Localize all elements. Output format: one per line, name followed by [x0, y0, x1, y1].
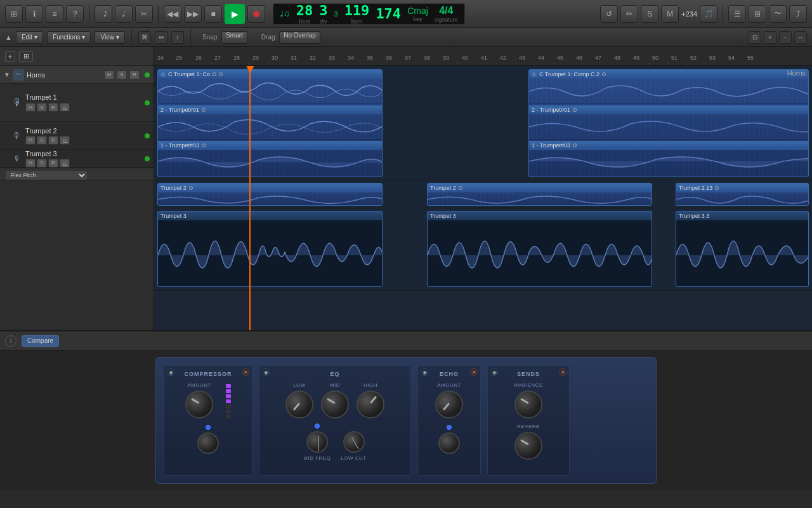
smart-btn[interactable]: ↭: [155, 31, 167, 44]
s-btn[interactable]: S: [641, 5, 658, 23]
zoom-out-btn[interactable]: -: [779, 31, 792, 44]
trumpet213-clip[interactable]: Trumpet 2.13: [676, 183, 809, 206]
add-track-btn[interactable]: +: [5, 51, 15, 62]
compressor-small-knob[interactable]: [197, 432, 219, 454]
t3-rec-btn[interactable]: R: [48, 159, 58, 168]
drag-select[interactable]: No Overlap: [279, 31, 320, 44]
pencil-btn[interactable]: ✏: [620, 5, 638, 23]
t2-mute-btn[interactable]: M: [25, 136, 36, 145]
sends-close-btn[interactable]: ✕: [559, 368, 566, 376]
tool-btn-1[interactable]: ⊞: [5, 5, 23, 23]
timeline-area[interactable]: 24 25 26 27 28 29 30 31 32 33 34 35 36 3…: [154, 47, 812, 330]
horns-clip-left[interactable]: C C Trumpet 1: Co: [157, 69, 383, 177]
tool-btn-3[interactable]: ≡: [46, 5, 63, 23]
export-btn[interactable]: ⤴: [789, 5, 807, 23]
flex-pitch-select[interactable]: Flex Pitch: [5, 170, 88, 180]
t3-solo-btn[interactable]: S: [37, 159, 47, 168]
play-btn[interactable]: [225, 4, 245, 24]
compressor-close-btn[interactable]: ✕: [242, 368, 249, 376]
t2-flex-btn[interactable]: ⏢: [60, 136, 70, 145]
horns-mute-btn[interactable]: M: [104, 70, 114, 79]
compressor-open-btn[interactable]: ◉: [167, 368, 174, 376]
t1-mute-btn[interactable]: M: [25, 103, 36, 112]
horns-rec-btn[interactable]: R: [129, 70, 140, 79]
zoom-fit-btn[interactable]: ⊡: [749, 31, 761, 44]
trumpet1-track: 🎙 Trumpet 1 M S R ⏢: [0, 84, 154, 122]
horns-clip-right[interactable]: C C Trumpet 1: Comp C.2 2 - Trumpet#: [528, 69, 809, 177]
t1-flex-btn[interactable]: ⏢: [60, 103, 70, 112]
trumpet3-clip-b[interactable]: Trumpet 3: [427, 211, 652, 287]
snap-select[interactable]: Smart: [221, 31, 247, 44]
eq-high-knob[interactable]: [357, 391, 384, 418]
t2-solo-btn[interactable]: S: [37, 136, 47, 145]
echo-open-btn[interactable]: ◉: [421, 368, 428, 376]
scissors-btn[interactable]: ✂: [135, 5, 153, 23]
trumpet1-info: Trumpet 1 M S R ⏢: [25, 93, 140, 112]
echo-close-btn[interactable]: ✕: [470, 368, 478, 376]
t1-solo-btn[interactable]: S: [37, 103, 47, 112]
trumpet3-clips-row[interactable]: Trumpet 3 Trumpet 3: [154, 208, 812, 291]
view-menu[interactable]: View▾: [95, 31, 125, 44]
rewind-btn[interactable]: ◀◀: [164, 5, 181, 23]
t3-mute-btn[interactable]: M: [25, 159, 36, 168]
sends-open-btn[interactable]: ◉: [490, 368, 498, 376]
trumpet3-clip-a[interactable]: Trumpet 3: [157, 211, 383, 287]
trumpet1-clip-b[interactable]: C C Trumpet 1: Comp C.2: [529, 70, 808, 104]
trumpet1-clip-a[interactable]: C C Trumpet 1: Co: [158, 70, 382, 104]
eq-low-knob[interactable]: [285, 391, 313, 418]
functions-menu[interactable]: Functions▾: [47, 31, 91, 44]
arrows-btn[interactable]: ↕: [171, 31, 184, 44]
plugin-panel: ◉ ✕ COMPRESSOR AMOUNT: [155, 357, 657, 484]
compressor-amount-knob[interactable]: [185, 391, 213, 418]
horns-solo-btn[interactable]: S: [117, 70, 127, 79]
eq-mid-knob[interactable]: [321, 391, 349, 418]
track-up-btn[interactable]: ▲: [5, 34, 12, 41]
echo-amount-knob[interactable]: [435, 391, 463, 418]
wave-btn[interactable]: 〜: [769, 5, 787, 23]
info-btn[interactable]: i: [5, 335, 16, 347]
tool-btn-4[interactable]: ?: [66, 5, 84, 23]
t1-rec-btn[interactable]: R: [48, 103, 58, 112]
t3-waveform-svg-a: [158, 220, 382, 286]
metronome-btn[interactable]: 𝅘𝅥𝅮: [95, 5, 112, 23]
trumpet33-clip[interactable]: Trumpet 3.3: [676, 211, 809, 287]
sends-ambience-knob[interactable]: [514, 391, 542, 418]
edit-menu[interactable]: Edit▾: [16, 31, 43, 44]
trumpet03-clip-a[interactable]: 1 - Trumpet#03: [158, 141, 382, 177]
trumpet03-clip-b[interactable]: 1 - Trumpet#03: [529, 141, 808, 177]
horns-waveform-icon: 〜: [15, 70, 21, 79]
eq-lowcut-knob[interactable]: [343, 431, 365, 453]
eq-midfreq-knob[interactable]: [306, 431, 328, 453]
cycle-btn[interactable]: ↺: [600, 5, 618, 23]
t213-clip-dot: [715, 186, 719, 190]
zoom-in-btn[interactable]: +: [764, 31, 776, 44]
trumpet2-clips-row[interactable]: Trumpet 2 Trumpet 2: [154, 180, 812, 208]
sends-reverb-knob[interactable]: [514, 432, 542, 460]
t2-rec-btn[interactable]: R: [48, 136, 58, 145]
horns-clips-row[interactable]: C C Trumpet 1: Co: [154, 66, 812, 180]
add-folder-btn[interactable]: ⊞: [19, 51, 33, 62]
compare-btn[interactable]: Compare: [22, 335, 59, 347]
echo-small-knob[interactable]: [438, 432, 460, 454]
m-btn[interactable]: M: [661, 5, 679, 23]
forward-btn[interactable]: ▶▶: [184, 5, 202, 23]
piano-btn[interactable]: ♩: [115, 5, 133, 23]
edit-btn[interactable]: ⊞: [749, 5, 766, 23]
trumpet2-clip-b[interactable]: Trumpet 2: [427, 183, 652, 206]
tune-btn[interactable]: 🎵: [700, 5, 717, 23]
t3-flex-btn[interactable]: ⏢: [60, 159, 70, 168]
eq-open-btn[interactable]: ◉: [262, 368, 270, 376]
trumpet2-clip-a[interactable]: Trumpet 2: [157, 183, 383, 206]
trumpet01-clip-b[interactable]: 2 - Trumpet#01: [529, 105, 808, 140]
echo-amount-label: AMOUNT: [437, 382, 461, 388]
horns-disclosure[interactable]: ▼: [4, 71, 10, 78]
record-btn[interactable]: [247, 5, 265, 23]
sends-reverb-col: REVERB: [514, 424, 542, 460]
eq-midfreq-indicator: [315, 424, 320, 429]
flex-mode-btn[interactable]: ⌘: [138, 31, 151, 44]
list-btn[interactable]: ☰: [728, 5, 746, 23]
stop-btn[interactable]: ■: [204, 5, 222, 23]
trumpet01-clip-a[interactable]: 2 - Trumpet#01: [158, 105, 382, 140]
tool-btn-2[interactable]: ℹ: [25, 5, 43, 23]
scroll-btn[interactable]: ↔: [794, 31, 807, 44]
